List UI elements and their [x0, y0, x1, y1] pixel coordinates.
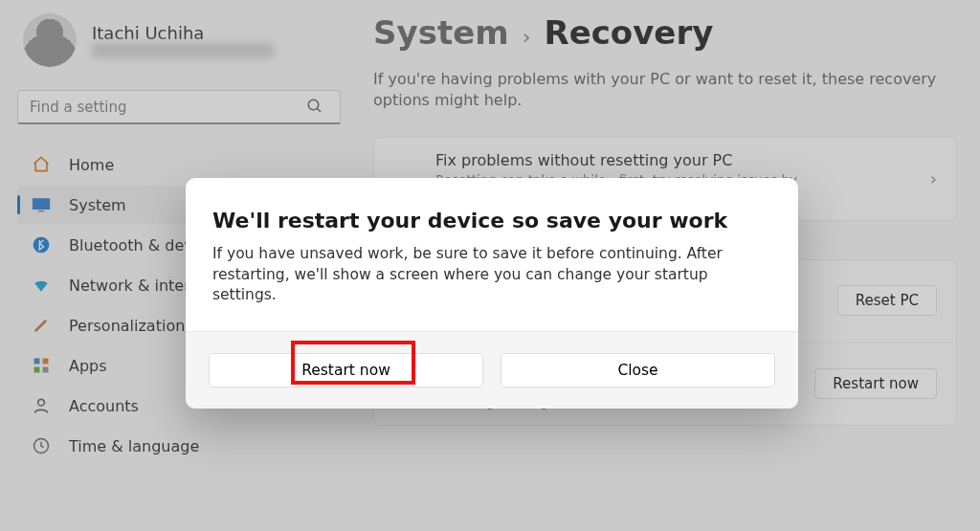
nav-label: System [69, 196, 126, 214]
person-icon [31, 396, 52, 415]
nav-item-time[interactable]: Time & language [17, 427, 352, 465]
svg-rect-6 [43, 359, 49, 365]
nav-label: Apps [69, 357, 107, 375]
search-box[interactable] [17, 90, 352, 124]
modal-close-button[interactable]: Close [501, 353, 775, 387]
system-icon [31, 197, 52, 212]
chevron-right-icon: › [923, 168, 937, 188]
crumb-root[interactable]: System [373, 13, 509, 52]
clock-globe-icon [31, 436, 52, 455]
search-input[interactable] [17, 90, 341, 124]
svg-rect-7 [34, 367, 40, 373]
avatar [23, 13, 77, 67]
modal-title: We'll restart your device so save your w… [212, 209, 771, 232]
wifi-icon [31, 276, 52, 295]
row-title: Fix problems without resetting your PC [435, 151, 905, 169]
nav-label: Home [69, 156, 114, 174]
modal-restart-button[interactable]: Restart now [209, 353, 483, 387]
chevron-right-icon: › [523, 25, 531, 49]
svg-rect-8 [43, 367, 49, 373]
nav-label: Personalization [69, 317, 185, 335]
svg-line-1 [317, 108, 321, 112]
settings-app: Itachi Uchiha Home System Bluetooth & de… [0, 0, 980, 531]
svg-rect-3 [38, 210, 45, 212]
svg-rect-2 [33, 198, 50, 210]
search-icon [306, 98, 323, 115]
restart-now-button[interactable]: Restart now [814, 368, 937, 399]
page-lead: If you're having problems with your PC o… [373, 69, 957, 110]
apps-icon [31, 357, 52, 374]
svg-point-0 [308, 100, 319, 110]
restart-modal: We'll restart your device so save your w… [186, 178, 798, 409]
bluetooth-icon [31, 235, 52, 254]
svg-rect-5 [34, 359, 40, 365]
crumb-leaf: Recovery [544, 13, 713, 52]
reset-pc-button[interactable]: Reset PC [837, 285, 937, 316]
profile-name: Itachi Uchiha [92, 23, 274, 43]
modal-body-text: If you have unsaved work, be sure to sav… [212, 244, 771, 306]
breadcrumb: System › Recovery [373, 13, 957, 52]
svg-point-9 [38, 399, 45, 406]
paintbrush-icon [31, 316, 52, 335]
profile-email-blurred [92, 43, 274, 58]
home-icon [31, 155, 52, 174]
profile-block[interactable]: Itachi Uchiha [23, 13, 352, 67]
nav-label: Accounts [69, 397, 139, 415]
nav-label: Time & language [69, 437, 199, 455]
